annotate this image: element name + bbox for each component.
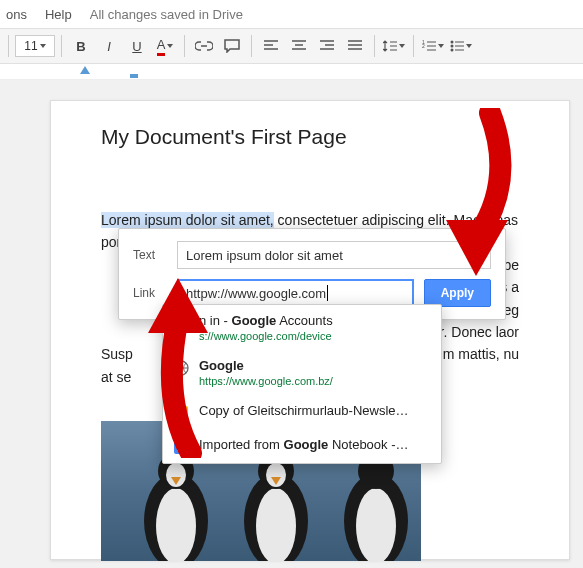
save-status: All changes saved in Drive [90, 7, 243, 22]
caret-icon [167, 44, 173, 48]
bulleted-list-button[interactable] [448, 33, 474, 59]
menu-addons[interactable]: ons [6, 7, 27, 22]
text-field-label: Text [133, 248, 177, 262]
menu-help[interactable]: Help [45, 7, 72, 22]
separator [413, 35, 414, 57]
text-color-button[interactable]: A [152, 33, 178, 59]
body-text-line: or. Donec laor [432, 324, 519, 340]
align-center-button[interactable] [286, 33, 312, 59]
align-right-button[interactable] [314, 33, 340, 59]
caret-icon [399, 44, 405, 48]
svg-point-2 [451, 41, 454, 44]
suggestion-item[interactable]: Googlehttps://www.google.com.bz/ [163, 350, 441, 395]
svg-point-3 [451, 45, 454, 48]
caret-icon [466, 44, 472, 48]
separator [251, 35, 252, 57]
globe-icon [173, 360, 189, 376]
separator [374, 35, 375, 57]
caret-icon [438, 44, 444, 48]
toolbar: 11 B I U A 12 [0, 28, 583, 64]
link-text-input[interactable] [177, 241, 491, 269]
globe-icon [173, 315, 189, 331]
suggestion-item[interactable]: Imported from Google Notebook -… [163, 429, 441, 463]
suggestion-title: Imported from Google Notebook -… [199, 437, 409, 454]
align-left-button[interactable] [258, 33, 284, 59]
suggestion-title: Copy of Gleitschirmurlaub-Newsle… [199, 403, 409, 420]
menu-bar: ons Help All changes saved in Drive [0, 0, 583, 28]
svg-text:2: 2 [422, 43, 425, 49]
link-field-label: Link [133, 286, 177, 300]
suggestion-title: n in - Google Accounts [199, 313, 333, 330]
numbered-list-button[interactable]: 12 [420, 33, 446, 59]
document-title[interactable]: My Document's First Page [101, 125, 519, 149]
apply-button[interactable]: Apply [424, 279, 491, 307]
link-url-input[interactable]: httpw://www.google.com [177, 279, 414, 307]
caret-icon [40, 44, 46, 48]
separator [61, 35, 62, 57]
svg-point-6 [156, 488, 196, 561]
text-cursor [327, 285, 328, 301]
svg-point-16 [356, 488, 396, 561]
slides-icon [173, 405, 189, 421]
link-suggestions-dropdown: n in - Google Accountss://www.google.com… [162, 304, 442, 464]
align-justify-button[interactable] [342, 33, 368, 59]
suggestion-url: s://www.google.com/device [199, 330, 333, 342]
suggestion-item[interactable]: Copy of Gleitschirmurlaub-Newsle… [163, 395, 441, 429]
italic-button[interactable]: I [96, 33, 122, 59]
fontsize-value: 11 [24, 39, 37, 53]
docs-icon [173, 439, 189, 455]
suggestion-url: https://www.google.com.bz/ [199, 375, 333, 387]
fontsize-select[interactable]: 11 [15, 35, 55, 57]
suggestion-item[interactable]: n in - Google Accountss://www.google.com… [163, 305, 441, 350]
underline-button[interactable]: U [124, 33, 150, 59]
bold-button[interactable]: B [68, 33, 94, 59]
selected-text: Lorem ipsum dolor sit amet, [101, 212, 274, 228]
separator [184, 35, 185, 57]
svg-point-4 [451, 49, 454, 52]
svg-point-11 [256, 488, 296, 561]
tab-marker[interactable] [130, 74, 138, 78]
separator [8, 35, 9, 57]
ruler[interactable] [0, 64, 583, 80]
insert-link-button[interactable] [191, 33, 217, 59]
body-text-line: Susp [101, 343, 133, 365]
svg-rect-21 [177, 410, 185, 416]
link-url-value: httpw://www.google.com [186, 286, 326, 301]
indent-marker[interactable] [80, 66, 90, 74]
insert-comment-button[interactable] [219, 33, 245, 59]
line-spacing-button[interactable] [381, 33, 407, 59]
body-text-line: at se [101, 369, 131, 385]
suggestion-title: Google [199, 358, 333, 375]
